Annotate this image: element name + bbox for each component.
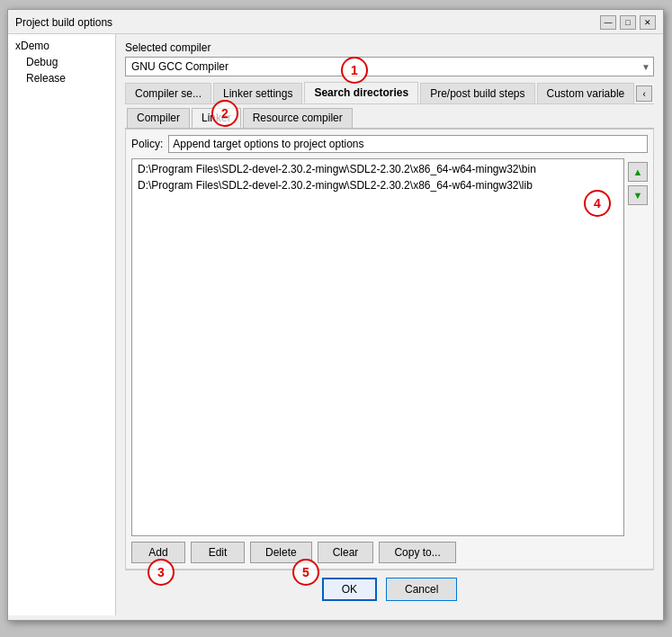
content-area: Selected compiler GNU GCC Compiler ▼ Com…	[116, 34, 663, 615]
move-down-button[interactable]: ▼	[628, 185, 648, 205]
dialog-window: Project build options — □ ✕ xDemo Debug …	[7, 9, 664, 621]
cancel-button[interactable]: Cancel	[386, 578, 457, 601]
arrow-buttons: ▲ ▼	[628, 158, 648, 536]
inner-tabs-row: Compiler Linker Resource compiler	[125, 104, 654, 129]
main-tabs-row: Compiler se... Linker settings Search di…	[125, 82, 654, 104]
tab-compiler-settings[interactable]: Compiler se...	[125, 83, 211, 103]
move-up-button[interactable]: ▲	[628, 162, 648, 182]
dir-list[interactable]: D:\Program Files\SDL2-devel-2.30.2-mingw…	[131, 158, 624, 536]
policy-select-wrap: Append target options to project options	[168, 135, 648, 153]
delete-button[interactable]: Delete	[250, 542, 312, 563]
tab-pre-post-build[interactable]: Pre/post build steps	[420, 83, 534, 103]
tab-nav-buttons: ‹ ›	[636, 85, 654, 103]
sidebar-item-release[interactable]: Release	[12, 70, 112, 86]
list-item[interactable]: D:\Program Files\SDL2-devel-2.30.2-mingw…	[134, 177, 622, 193]
inner-tab-linker[interactable]: Linker	[192, 108, 241, 128]
sidebar-item-debug[interactable]: Debug	[12, 54, 112, 70]
title-bar-buttons: — □ ✕	[600, 15, 656, 30]
minimize-button[interactable]: —	[600, 15, 616, 30]
title-bar: Project build options — □ ✕	[8, 10, 663, 34]
sidebar: xDemo Debug Release	[8, 34, 116, 615]
list-and-arrows: D:\Program Files\SDL2-devel-2.30.2-mingw…	[131, 158, 648, 536]
tab-prev-button[interactable]: ‹	[636, 85, 652, 102]
inner-tab-resource-compiler[interactable]: Resource compiler	[243, 108, 353, 128]
list-item[interactable]: D:\Program Files\SDL2-devel-2.30.2-mingw…	[134, 161, 622, 177]
tab-linker-settings[interactable]: Linker settings	[213, 83, 302, 103]
ok-button[interactable]: OK	[322, 578, 377, 601]
copy-to-button[interactable]: Copy to...	[379, 542, 455, 563]
maximize-button[interactable]: □	[620, 15, 636, 30]
sidebar-item-xdemo[interactable]: xDemo	[12, 38, 112, 54]
add-button[interactable]: Add	[131, 542, 185, 563]
close-button[interactable]: ✕	[640, 15, 656, 30]
panel: Policy: Append target options to project…	[125, 129, 654, 570]
policy-row: Policy: Append target options to project…	[131, 135, 648, 153]
dialog-body: xDemo Debug Release Selected compiler GN…	[8, 34, 663, 615]
compiler-select[interactable]: GNU GCC Compiler	[125, 57, 654, 76]
dialog-footer: OK Cancel	[125, 570, 654, 608]
dialog-title: Project build options	[15, 16, 112, 29]
clear-button[interactable]: Clear	[318, 542, 374, 563]
tab-custom-variable[interactable]: Custom variable	[537, 83, 635, 103]
compiler-section: Selected compiler GNU GCC Compiler ▼	[125, 41, 654, 76]
inner-tab-compiler[interactable]: Compiler	[127, 108, 190, 128]
compiler-dropdown-wrap: GNU GCC Compiler ▼	[125, 57, 654, 76]
tab-search-directories[interactable]: Search directories	[304, 82, 418, 103]
compiler-label: Selected compiler	[125, 41, 654, 54]
policy-label: Policy:	[131, 138, 163, 150]
policy-select[interactable]: Append target options to project options	[168, 135, 648, 153]
action-buttons: Add Edit Delete Clear Copy to...	[131, 542, 648, 563]
edit-button[interactable]: Edit	[191, 542, 245, 563]
